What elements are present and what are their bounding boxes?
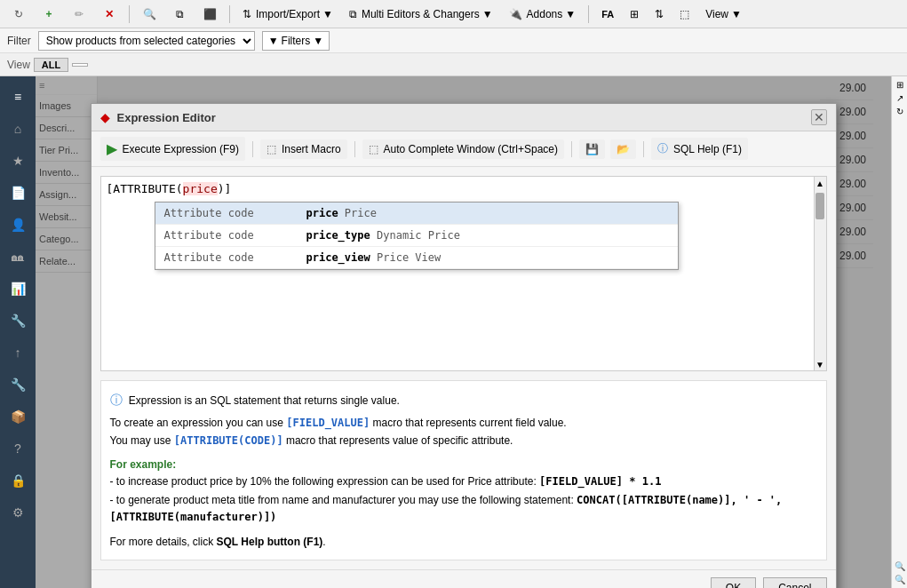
wrench-icon: 🔧 xyxy=(11,377,26,392)
multi-editors-button[interactable]: ⧉ Multi Editors & Changers ▼ xyxy=(343,4,499,24)
separator3 xyxy=(588,5,589,23)
load-icon-button[interactable]: 📂 xyxy=(610,139,636,159)
star-icon: ★ xyxy=(12,154,24,168)
cancel-button[interactable]: Cancel xyxy=(763,577,826,588)
sql-help-button[interactable]: ⓘ SQL Help (F1) xyxy=(651,138,748,160)
right-panel-btn3[interactable]: ↻ xyxy=(896,107,903,116)
edit-button[interactable]: ✏ xyxy=(66,4,92,25)
right-panel-btn5[interactable]: 🔍 xyxy=(895,575,905,584)
tab-all[interactable]: ALL xyxy=(34,58,68,72)
autocomplete-normal-3: Price View xyxy=(377,251,441,264)
filter-select[interactable]: Show products from selected categories xyxy=(38,31,255,51)
help-more-details: For more details, click SQL Help button … xyxy=(110,534,817,551)
sidebar-item-store[interactable]: 🏘 xyxy=(4,243,31,270)
right-panel-btn1[interactable]: ⊞ xyxy=(896,80,903,90)
sort-icon-button[interactable]: ⇅ xyxy=(648,4,670,24)
toolbar-sep2 xyxy=(354,141,355,157)
toolbar-sep3 xyxy=(571,141,572,157)
sidebar-item-settings[interactable]: ⚙ xyxy=(4,499,31,526)
edit-icon: ✏ xyxy=(72,7,86,21)
sidebar-item-wrench[interactable]: 🔧 xyxy=(4,371,31,398)
sidebar-item-box[interactable]: 📦 xyxy=(4,403,31,430)
help-para1: To create an expression you can use [FIE… xyxy=(110,415,817,432)
sidebar-item-document[interactable]: 📄 xyxy=(4,179,31,206)
autocomplete-normal-1: Price xyxy=(345,207,377,219)
load-icon: 📂 xyxy=(617,143,630,155)
help-example-section: For example: - to increase product price… xyxy=(110,457,817,527)
refresh-button[interactable]: ↻ xyxy=(5,4,32,25)
right-panel: ⊞ ↗ ↻ 🔍 🔍 xyxy=(891,76,907,588)
copy-button[interactable]: ⧉ xyxy=(166,4,193,25)
sidebar-item-user[interactable]: 👤 xyxy=(4,211,31,238)
sidebar-item-lock[interactable]: 🔒 xyxy=(4,467,31,494)
execute-button[interactable]: ▶ Execute Expression (F9) xyxy=(100,137,245,161)
paste-button[interactable]: ⬛ xyxy=(196,4,223,25)
ok-button[interactable]: OK xyxy=(711,577,756,588)
modal-header: ◆ Expression Editor ✕ xyxy=(91,104,836,131)
insert-macro-button[interactable]: ⬚ Insert Macro xyxy=(260,139,347,159)
addons-label: Addons xyxy=(527,8,563,20)
autocomplete-row-price[interactable]: Attribute code price Price xyxy=(155,203,678,225)
sidebar-item-help[interactable]: ? xyxy=(4,435,31,462)
autocomplete-icon: ⬚ xyxy=(369,143,378,155)
add-button[interactable]: + xyxy=(36,4,62,25)
autocomplete-attr-label-2: Attribute code xyxy=(164,229,306,242)
autocomplete-row-price-view[interactable]: Attribute code price_view Price View xyxy=(155,247,678,269)
scrollbar-down-button[interactable]: ▼ xyxy=(814,358,826,370)
arrow-up-icon: ↑ xyxy=(15,346,21,360)
expression-scrollbar[interactable]: ▲ ▼ xyxy=(814,177,826,370)
store-icon: 🏘 xyxy=(12,250,24,264)
autocomplete-dropdown: Attribute code price Price Attribute cod… xyxy=(155,202,679,270)
delete-button[interactable]: ✕ xyxy=(96,4,123,25)
sidebar-item-puzzle[interactable]: 🔧 xyxy=(4,307,31,334)
addons-button[interactable]: 🔌 Addons ▼ xyxy=(503,4,583,24)
import-export-button[interactable]: ⇅ Import/Export ▼ xyxy=(236,4,339,24)
sidebar-item-chart[interactable]: 📊 xyxy=(4,275,31,302)
filter-icon: ▼ xyxy=(268,35,279,47)
expression-input[interactable]: [ATTRIBUTE(price)] Attribute code price … xyxy=(101,177,814,370)
settings-icon: ⚙ xyxy=(12,505,24,520)
import-export-arrow: ▼ xyxy=(322,8,333,20)
info-icon: ⓘ xyxy=(110,390,123,409)
help-example2-text: - to generate product meta title from na… xyxy=(110,494,577,506)
modal-close-button[interactable]: ✕ xyxy=(811,109,827,125)
filter-bar: Filter Show products from selected categ… xyxy=(0,28,907,53)
modal-title: Expression Editor xyxy=(117,111,804,124)
view-label: View xyxy=(7,59,30,71)
autocomplete-value-3: price_view Price View xyxy=(306,251,669,264)
scrollbar-up-button[interactable]: ▲ xyxy=(814,177,826,189)
toolbar-sep1 xyxy=(252,141,253,157)
execute-label: Execute Expression (F9) xyxy=(123,143,239,155)
help-icon: ? xyxy=(14,441,21,456)
delete-icon: ✕ xyxy=(102,7,116,21)
search-button[interactable]: 🔍 xyxy=(136,4,163,25)
help-example1: - to increase product price by 10% the f… xyxy=(110,473,817,490)
tab-extra[interactable] xyxy=(72,63,88,67)
autocomplete-label: Auto Complete Window (Ctrl+Space) xyxy=(384,143,558,155)
export2-icon-button[interactable]: ⬚ xyxy=(673,4,696,24)
expression-editor-area[interactable]: [ATTRIBUTE(price)] Attribute code price … xyxy=(100,176,827,371)
save-icon-button[interactable]: 💾 xyxy=(579,139,605,159)
lock-icon: 🔒 xyxy=(11,473,26,488)
refresh-icon: ↻ xyxy=(12,7,26,21)
right-panel-btn4[interactable]: 🔍 xyxy=(895,561,905,571)
sidebar-item-star[interactable]: ★ xyxy=(4,147,31,174)
fa-icon-button[interactable]: FA xyxy=(595,5,620,23)
sidebar-item-arrow[interactable]: ↑ xyxy=(4,339,31,366)
autocomplete-row-price-type[interactable]: Attribute code price_type Dynamic Price xyxy=(155,225,678,247)
autocomplete-button[interactable]: ⬚ Auto Complete Window (Ctrl+Space) xyxy=(362,139,564,159)
filters-button[interactable]: ▼ Filters ▼ xyxy=(262,31,330,51)
scrollbar-thumb[interactable] xyxy=(816,193,824,219)
help-para2-text2: macro that represents value of specific … xyxy=(283,434,513,447)
help-example-label: For example: xyxy=(110,457,817,473)
help-more-text: For more details, click xyxy=(110,536,217,548)
right-panel-btn2[interactable]: ↗ xyxy=(896,93,903,103)
view-button[interactable]: View ▼ xyxy=(699,4,748,24)
sidebar-item-menu[interactable]: ≡ xyxy=(4,83,31,110)
modal-overlay: ◆ Expression Editor ✕ ▶ Execute Expressi… xyxy=(36,76,891,588)
help-para2: You may use [ATTRIBUTE(CODE)] macro that… xyxy=(110,433,817,449)
help-example2: - to generate product meta title from na… xyxy=(110,492,817,526)
insert-macro-icon: ⬚ xyxy=(267,143,276,155)
sidebar-item-home[interactable]: ⌂ xyxy=(4,115,31,142)
table-icon-button[interactable]: ⊞ xyxy=(624,4,645,24)
